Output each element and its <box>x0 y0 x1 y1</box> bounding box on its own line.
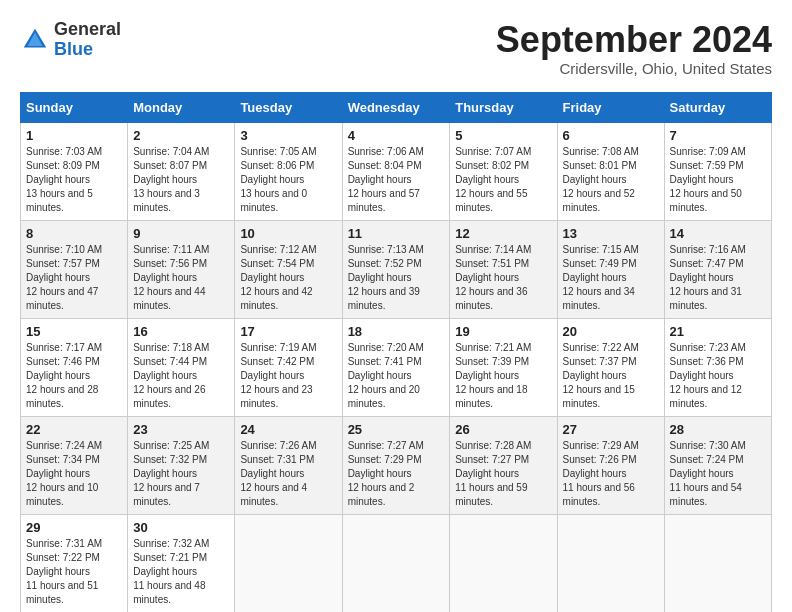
title-block: September 2024 Cridersville, Ohio, Unite… <box>496 20 772 77</box>
day-number: 9 <box>133 226 229 241</box>
month-title: September 2024 <box>496 20 772 60</box>
col-saturday: Saturday <box>664 92 771 122</box>
calendar-cell: 24 Sunrise: 7:26 AM Sunset: 7:31 PM Dayl… <box>235 416 342 514</box>
calendar-cell: 1 Sunrise: 7:03 AM Sunset: 8:09 PM Dayli… <box>21 122 128 220</box>
day-info: Sunrise: 7:19 AM Sunset: 7:42 PM Dayligh… <box>240 341 336 411</box>
day-number: 14 <box>670 226 766 241</box>
day-number: 25 <box>348 422 445 437</box>
day-number: 18 <box>348 324 445 339</box>
calendar-cell: 9 Sunrise: 7:11 AM Sunset: 7:56 PM Dayli… <box>128 220 235 318</box>
calendar-week-2: 8 Sunrise: 7:10 AM Sunset: 7:57 PM Dayli… <box>21 220 772 318</box>
day-info: Sunrise: 7:10 AM Sunset: 7:57 PM Dayligh… <box>26 243 122 313</box>
calendar-cell <box>342 514 450 612</box>
day-info: Sunrise: 7:24 AM Sunset: 7:34 PM Dayligh… <box>26 439 122 509</box>
day-number: 7 <box>670 128 766 143</box>
calendar-cell: 30 Sunrise: 7:32 AM Sunset: 7:21 PM Dayl… <box>128 514 235 612</box>
calendar-cell: 13 Sunrise: 7:15 AM Sunset: 7:49 PM Dayl… <box>557 220 664 318</box>
day-info: Sunrise: 7:27 AM Sunset: 7:29 PM Dayligh… <box>348 439 445 509</box>
calendar-week-3: 15 Sunrise: 7:17 AM Sunset: 7:46 PM Dayl… <box>21 318 772 416</box>
day-info: Sunrise: 7:28 AM Sunset: 7:27 PM Dayligh… <box>455 439 551 509</box>
location: Cridersville, Ohio, United States <box>496 60 772 77</box>
day-info: Sunrise: 7:16 AM Sunset: 7:47 PM Dayligh… <box>670 243 766 313</box>
logo-icon <box>20 25 50 55</box>
calendar-cell: 2 Sunrise: 7:04 AM Sunset: 8:07 PM Dayli… <box>128 122 235 220</box>
day-info: Sunrise: 7:03 AM Sunset: 8:09 PM Dayligh… <box>26 145 122 215</box>
day-number: 3 <box>240 128 336 143</box>
calendar-cell: 16 Sunrise: 7:18 AM Sunset: 7:44 PM Dayl… <box>128 318 235 416</box>
day-info: Sunrise: 7:06 AM Sunset: 8:04 PM Dayligh… <box>348 145 445 215</box>
day-info: Sunrise: 7:05 AM Sunset: 8:06 PM Dayligh… <box>240 145 336 215</box>
day-info: Sunrise: 7:07 AM Sunset: 8:02 PM Dayligh… <box>455 145 551 215</box>
day-info: Sunrise: 7:26 AM Sunset: 7:31 PM Dayligh… <box>240 439 336 509</box>
calendar-cell: 15 Sunrise: 7:17 AM Sunset: 7:46 PM Dayl… <box>21 318 128 416</box>
day-number: 10 <box>240 226 336 241</box>
day-number: 15 <box>26 324 122 339</box>
header-row: Sunday Monday Tuesday Wednesday Thursday… <box>21 92 772 122</box>
day-info: Sunrise: 7:30 AM Sunset: 7:24 PM Dayligh… <box>670 439 766 509</box>
calendar-cell <box>450 514 557 612</box>
day-number: 23 <box>133 422 229 437</box>
day-info: Sunrise: 7:18 AM Sunset: 7:44 PM Dayligh… <box>133 341 229 411</box>
calendar-cell: 4 Sunrise: 7:06 AM Sunset: 8:04 PM Dayli… <box>342 122 450 220</box>
calendar-cell: 7 Sunrise: 7:09 AM Sunset: 7:59 PM Dayli… <box>664 122 771 220</box>
calendar-cell <box>235 514 342 612</box>
calendar-cell: 20 Sunrise: 7:22 AM Sunset: 7:37 PM Dayl… <box>557 318 664 416</box>
day-number: 8 <box>26 226 122 241</box>
day-number: 11 <box>348 226 445 241</box>
calendar-cell: 18 Sunrise: 7:20 AM Sunset: 7:41 PM Dayl… <box>342 318 450 416</box>
calendar-table: Sunday Monday Tuesday Wednesday Thursday… <box>20 92 772 612</box>
day-info: Sunrise: 7:32 AM Sunset: 7:21 PM Dayligh… <box>133 537 229 607</box>
calendar-cell: 14 Sunrise: 7:16 AM Sunset: 7:47 PM Dayl… <box>664 220 771 318</box>
col-thursday: Thursday <box>450 92 557 122</box>
col-monday: Monday <box>128 92 235 122</box>
day-number: 27 <box>563 422 659 437</box>
day-info: Sunrise: 7:08 AM Sunset: 8:01 PM Dayligh… <box>563 145 659 215</box>
day-info: Sunrise: 7:04 AM Sunset: 8:07 PM Dayligh… <box>133 145 229 215</box>
day-info: Sunrise: 7:23 AM Sunset: 7:36 PM Dayligh… <box>670 341 766 411</box>
calendar-cell: 25 Sunrise: 7:27 AM Sunset: 7:29 PM Dayl… <box>342 416 450 514</box>
calendar-header: Sunday Monday Tuesday Wednesday Thursday… <box>21 92 772 122</box>
logo: General Blue <box>20 20 121 60</box>
day-info: Sunrise: 7:29 AM Sunset: 7:26 PM Dayligh… <box>563 439 659 509</box>
calendar-cell: 11 Sunrise: 7:13 AM Sunset: 7:52 PM Dayl… <box>342 220 450 318</box>
col-wednesday: Wednesday <box>342 92 450 122</box>
day-info: Sunrise: 7:13 AM Sunset: 7:52 PM Dayligh… <box>348 243 445 313</box>
day-info: Sunrise: 7:17 AM Sunset: 7:46 PM Dayligh… <box>26 341 122 411</box>
logo-text: General Blue <box>54 20 121 60</box>
day-number: 17 <box>240 324 336 339</box>
day-info: Sunrise: 7:11 AM Sunset: 7:56 PM Dayligh… <box>133 243 229 313</box>
page-header: General Blue September 2024 Cridersville… <box>20 20 772 77</box>
calendar-cell: 8 Sunrise: 7:10 AM Sunset: 7:57 PM Dayli… <box>21 220 128 318</box>
col-tuesday: Tuesday <box>235 92 342 122</box>
day-info: Sunrise: 7:14 AM Sunset: 7:51 PM Dayligh… <box>455 243 551 313</box>
calendar-cell: 26 Sunrise: 7:28 AM Sunset: 7:27 PM Dayl… <box>450 416 557 514</box>
day-number: 19 <box>455 324 551 339</box>
day-number: 30 <box>133 520 229 535</box>
calendar-week-1: 1 Sunrise: 7:03 AM Sunset: 8:09 PM Dayli… <box>21 122 772 220</box>
col-friday: Friday <box>557 92 664 122</box>
day-info: Sunrise: 7:15 AM Sunset: 7:49 PM Dayligh… <box>563 243 659 313</box>
calendar-cell: 3 Sunrise: 7:05 AM Sunset: 8:06 PM Dayli… <box>235 122 342 220</box>
col-sunday: Sunday <box>21 92 128 122</box>
day-number: 26 <box>455 422 551 437</box>
day-info: Sunrise: 7:22 AM Sunset: 7:37 PM Dayligh… <box>563 341 659 411</box>
calendar-cell: 6 Sunrise: 7:08 AM Sunset: 8:01 PM Dayli… <box>557 122 664 220</box>
day-number: 24 <box>240 422 336 437</box>
day-number: 22 <box>26 422 122 437</box>
day-number: 6 <box>563 128 659 143</box>
day-number: 20 <box>563 324 659 339</box>
day-info: Sunrise: 7:09 AM Sunset: 7:59 PM Dayligh… <box>670 145 766 215</box>
day-number: 21 <box>670 324 766 339</box>
day-number: 28 <box>670 422 766 437</box>
calendar-cell: 19 Sunrise: 7:21 AM Sunset: 7:39 PM Dayl… <box>450 318 557 416</box>
calendar-cell: 21 Sunrise: 7:23 AM Sunset: 7:36 PM Dayl… <box>664 318 771 416</box>
calendar-cell <box>557 514 664 612</box>
day-number: 4 <box>348 128 445 143</box>
calendar-week-5: 29 Sunrise: 7:31 AM Sunset: 7:22 PM Dayl… <box>21 514 772 612</box>
day-number: 13 <box>563 226 659 241</box>
calendar-body: 1 Sunrise: 7:03 AM Sunset: 8:09 PM Dayli… <box>21 122 772 612</box>
calendar-cell: 27 Sunrise: 7:29 AM Sunset: 7:26 PM Dayl… <box>557 416 664 514</box>
day-number: 29 <box>26 520 122 535</box>
day-number: 5 <box>455 128 551 143</box>
calendar-cell: 23 Sunrise: 7:25 AM Sunset: 7:32 PM Dayl… <box>128 416 235 514</box>
